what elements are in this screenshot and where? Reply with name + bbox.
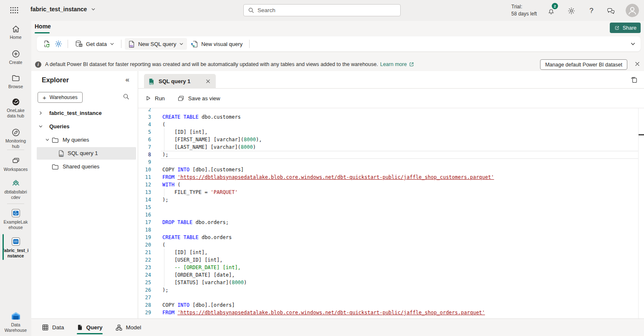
nav-item-label: Warehouse bbox=[0, 328, 31, 333]
nav-item-monitoring-hub[interactable]: Monitoringhub bbox=[0, 128, 31, 149]
datawarehouse-icon bbox=[0, 311, 31, 321]
refresh-script-button[interactable] bbox=[41, 38, 53, 50]
query-toolbar: Run Save as view bbox=[138, 89, 644, 108]
nav-item-fabric-test-instance[interactable]: fabric_test_instance bbox=[0, 237, 31, 259]
tree-item-shared-queries[interactable]: Shared queries bbox=[31, 160, 138, 173]
home-icon bbox=[0, 24, 31, 33]
code-line-2[interactable]: 2 bbox=[138, 108, 638, 113]
line-text: -- [ORDER_DATE] [int], bbox=[162, 264, 241, 271]
line-number: 4 bbox=[138, 121, 151, 128]
ribbon-expand-chevron-icon[interactable] bbox=[630, 41, 636, 47]
line-number: 5 bbox=[138, 128, 151, 136]
code-line-3[interactable]: 3CREATE TABLE dbo.customers bbox=[138, 113, 638, 121]
add-warehouses-button[interactable]: + Warehouses bbox=[38, 92, 83, 103]
nav-item-data-warehouse[interactable]: DataWarehouse bbox=[0, 311, 31, 333]
overview-cursor-marker bbox=[639, 134, 644, 135]
code-line-25[interactable]: 25 [STATUS] [varchar](8000) bbox=[138, 279, 638, 286]
banner-close-icon[interactable] bbox=[634, 61, 640, 67]
tree-item-my-queries[interactable]: My queries bbox=[31, 133, 138, 147]
chevron-right-icon[interactable] bbox=[38, 111, 43, 115]
code-line-7[interactable]: 7 [LAST_NAME] [varchar](8000) bbox=[138, 143, 638, 151]
line-number: 25 bbox=[138, 279, 151, 286]
code-line-19[interactable]: 19CREATE TABLE dbo.orders bbox=[138, 234, 638, 241]
tree-item-fabric-test-instance[interactable]: fabric_test_instance bbox=[31, 107, 138, 120]
chevron-down-icon[interactable] bbox=[38, 124, 43, 129]
top-bar: fabric_test_instance Trial: 58 days left… bbox=[0, 0, 644, 21]
code-line-29[interactable]: 29FROM 'https://dbtlabsynapsedatalake.bl… bbox=[138, 309, 638, 316]
code-line-12[interactable]: 12WITH ( bbox=[138, 181, 638, 188]
code-line-16[interactable]: 16 bbox=[138, 211, 638, 219]
code-line-5[interactable]: 5 [ID] [int], bbox=[138, 128, 638, 136]
run-button[interactable]: Run bbox=[145, 95, 165, 102]
collapse-panel-icon[interactable]: « bbox=[126, 76, 129, 84]
nav-item-browse[interactable]: Browse bbox=[0, 74, 31, 89]
editor-overview-ruler[interactable] bbox=[638, 108, 644, 318]
browse-icon bbox=[0, 74, 31, 83]
chevron-down-icon[interactable] bbox=[45, 137, 50, 142]
settings-gear-icon[interactable] bbox=[567, 6, 576, 15]
get-data-button[interactable]: Get data bbox=[71, 38, 118, 50]
manage-dataset-button[interactable]: Manage default Power BI dataset bbox=[540, 59, 627, 70]
code-line-27[interactable]: 27 bbox=[138, 294, 638, 301]
tree-item-queries[interactable]: Queries bbox=[31, 120, 138, 133]
tab-home[interactable]: Home bbox=[35, 23, 51, 30]
nav-item-dbtlabsfabricdev[interactable]: dbtlabsfabricdev bbox=[0, 179, 31, 200]
tree-item-sql-query-1[interactable]: SQLSQL query 1 bbox=[31, 147, 138, 160]
new-sql-query-button[interactable]: SQL New SQL query bbox=[125, 38, 187, 50]
explorer-search-icon[interactable] bbox=[123, 93, 129, 100]
warehouse-settings-gear-icon[interactable] bbox=[53, 38, 64, 50]
database-icon bbox=[75, 40, 83, 48]
view-tab-data[interactable]: Data bbox=[42, 319, 64, 336]
code-line-23[interactable]: 23 -- [ORDER_DATE] [int], bbox=[138, 264, 638, 271]
plus-icon: + bbox=[43, 94, 46, 101]
code-line-26[interactable]: 26); bbox=[138, 286, 638, 294]
nav-item-onelake-data-hub[interactable]: OneLakedata hub bbox=[0, 97, 31, 119]
toolbar-divider bbox=[121, 40, 121, 48]
share-button[interactable]: Share bbox=[610, 23, 641, 33]
view-tab-model[interactable]: Model bbox=[115, 319, 141, 336]
nav-item-examplelakehouse[interactable]: ExampleLakehouse bbox=[0, 208, 31, 230]
code-line-18[interactable]: 18 bbox=[138, 226, 638, 234]
nav-item-label: ehouse bbox=[0, 225, 31, 230]
view-tab-query[interactable]: Query bbox=[77, 319, 103, 336]
tab-sql-query-1[interactable]: SQL SQL query 1 bbox=[144, 74, 216, 89]
new-visual-query-button[interactable]: New visual query bbox=[187, 38, 246, 50]
view-tab-label: Data bbox=[52, 324, 64, 331]
view-switcher-bar: DataQueryModel bbox=[31, 318, 644, 336]
explorer-tree: fabric_test_instanceQueriesMy queriesSQL… bbox=[31, 107, 138, 173]
code-line-6[interactable]: 6 [FIRST_NAME] [varchar](8000), bbox=[138, 136, 638, 143]
code-line-8[interactable]: 8); bbox=[138, 151, 638, 158]
code-line-21[interactable]: 21 [ID] [int], bbox=[138, 249, 638, 256]
line-number: 16 bbox=[138, 211, 151, 219]
copy-icon[interactable] bbox=[630, 76, 638, 84]
code-line-17[interactable]: 17DROP TABLE dbo.orders; bbox=[138, 219, 638, 226]
code-line-14[interactable]: 14); bbox=[138, 196, 638, 204]
code-line-4[interactable]: 4( bbox=[138, 121, 638, 128]
sql-code-editor[interactable]: 23CREATE TABLE dbo.customers4(5 [ID] [in… bbox=[138, 108, 644, 318]
code-line-15[interactable]: 15 bbox=[138, 204, 638, 211]
code-line-11[interactable]: 11FROM 'https://dbtlabsynapsedatalake.bl… bbox=[138, 173, 638, 181]
user-avatar[interactable] bbox=[626, 4, 639, 17]
code-line-10[interactable]: 10COPY INTO [dbo].[customers] bbox=[138, 166, 638, 173]
feedback-icon[interactable] bbox=[606, 6, 615, 15]
code-line-22[interactable]: 22 [USER_ID] [int], bbox=[138, 256, 638, 264]
line-number: 3 bbox=[138, 113, 151, 121]
nav-item-label: hub bbox=[0, 144, 31, 149]
help-icon[interactable]: ? bbox=[587, 6, 596, 15]
code-line-20[interactable]: 20( bbox=[138, 241, 638, 249]
nav-item-create[interactable]: Create bbox=[0, 49, 31, 65]
save-as-view-button[interactable]: Save as view bbox=[177, 95, 220, 102]
search-input[interactable] bbox=[258, 7, 396, 13]
learn-more-link[interactable]: Learn more bbox=[380, 61, 414, 67]
left-nav-rail: HomeCreateBrowseOneLakedata hubMonitorin… bbox=[0, 21, 31, 336]
nav-item-home[interactable]: Home bbox=[0, 24, 31, 40]
workspace-switcher[interactable]: fabric_test_instance bbox=[30, 6, 96, 13]
code-line-9[interactable]: 9 bbox=[138, 158, 638, 166]
code-line-28[interactable]: 28COPY INTO [dbo].[orders] bbox=[138, 301, 638, 309]
code-line-24[interactable]: 24 [ORDER_DATE] [date], bbox=[138, 271, 638, 279]
code-line-13[interactable]: 13 FILE_TYPE = 'PARQUET' bbox=[138, 188, 638, 196]
tab-close-icon[interactable] bbox=[205, 78, 212, 85]
line-text: FILE_TYPE = 'PARQUET' bbox=[162, 188, 238, 196]
nav-item-workspaces[interactable]: Workspaces bbox=[0, 156, 31, 172]
app-launcher-waffle-icon[interactable] bbox=[10, 7, 18, 14]
